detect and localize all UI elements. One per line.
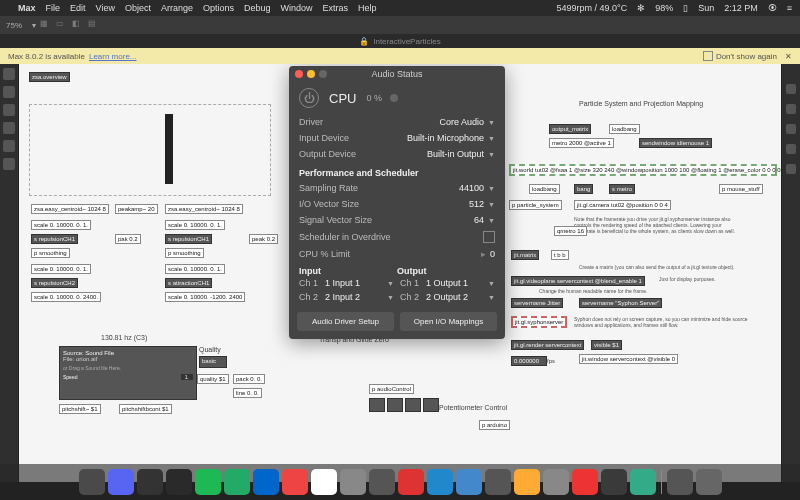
dock-app[interactable] <box>572 469 598 495</box>
chevron-down-icon[interactable]: ▾ <box>32 21 36 30</box>
menu-arrange[interactable]: Arrange <box>161 3 193 13</box>
object-box[interactable]: jit.gl.videoplane servercontext @blend_e… <box>511 276 645 286</box>
menu-object[interactable]: Object <box>125 3 151 13</box>
output-ch2-select[interactable]: 2 Output 2 <box>426 292 482 302</box>
toggle[interactable] <box>387 398 403 412</box>
menu-extras[interactable]: Extras <box>323 3 349 13</box>
object-box[interactable]: jit.window servercontext @visible 0 <box>579 354 678 364</box>
tool-icon[interactable] <box>3 158 15 170</box>
object-box[interactable]: scale 0. 10000. 0. 1. <box>31 220 91 230</box>
toggle[interactable] <box>405 398 421 412</box>
dock-app[interactable] <box>369 469 395 495</box>
minimize-icon[interactable] <box>307 70 315 78</box>
object-box[interactable]: metro 2000 @active 1 <box>549 138 614 148</box>
object-box[interactable]: jit.gl.render servercontext <box>511 340 584 350</box>
patcher-canvas[interactable]: zsa.overview zsa.easy_centroid~ 1024 8 p… <box>19 64 781 482</box>
signal-vector-select[interactable]: 64 <box>474 215 484 225</box>
dock-app[interactable] <box>137 469 163 495</box>
tool-icon[interactable]: ▭ <box>56 19 68 31</box>
menu-help[interactable]: Help <box>358 3 377 13</box>
object-box[interactable]: jit.matrix <box>511 250 539 260</box>
tool-icon[interactable] <box>786 104 796 114</box>
driver-select[interactable]: Core Audio <box>440 117 485 127</box>
clock-time[interactable]: 2:12 PM <box>724 3 758 13</box>
io-vector-select[interactable]: 512 <box>469 199 484 209</box>
input-ch2-select[interactable]: 2 Input 2 <box>325 292 381 302</box>
dock-app[interactable] <box>340 469 366 495</box>
soundfile-panel[interactable]: Source: Sound File File: orion.aif or Dr… <box>59 346 197 400</box>
object-box[interactable]: pak 0.2 <box>115 234 141 244</box>
object-box[interactable]: loadbang <box>609 124 640 134</box>
object-box[interactable]: zsa.easy_centroid~ 1024 8 <box>165 204 243 214</box>
object-box[interactable]: peak 0.2 <box>249 234 278 244</box>
bluetooth-icon[interactable]: ✻ <box>637 3 645 13</box>
output-ch1-select[interactable]: 1 Output 1 <box>426 278 482 288</box>
tool-icon[interactable] <box>3 86 15 98</box>
dock-app[interactable] <box>543 469 569 495</box>
dock-app[interactable] <box>630 469 656 495</box>
message-box[interactable]: servername "Syphon Server" <box>579 298 662 308</box>
object-box[interactable]: t b b <box>551 250 569 260</box>
dock-app[interactable] <box>166 469 192 495</box>
dock-app[interactable] <box>224 469 250 495</box>
object-box[interactable]: pitchshiftbcont $1 <box>119 404 172 414</box>
input-ch1-select[interactable]: 1 Input 1 <box>325 278 381 288</box>
spotlight-icon[interactable]: ⦿ <box>768 3 777 13</box>
dock-app[interactable] <box>601 469 627 495</box>
object-box[interactable]: p audioControl <box>369 384 414 394</box>
dock-trash[interactable] <box>696 469 722 495</box>
message-box[interactable]: servername Jitter <box>511 298 563 308</box>
object-box[interactable]: zsa.easy_centroid~ 1024 8 <box>31 204 109 214</box>
object-box[interactable]: p smoothing <box>165 248 204 258</box>
tool-icon[interactable] <box>3 68 15 80</box>
dock-app[interactable] <box>485 469 511 495</box>
fan-status[interactable]: 5499rpm / 49.0°C <box>557 3 628 13</box>
tab-title[interactable]: InteractiveParticles <box>373 37 441 46</box>
tool-icon[interactable] <box>786 144 796 154</box>
object-box[interactable]: scale 0. 10000. -1200. 2400 <box>165 292 245 302</box>
object-box[interactable]: quality $1 <box>197 374 229 384</box>
object-box[interactable]: scale 0. 10000. 0. 1. <box>165 264 225 274</box>
chevron-down-icon[interactable]: ▼ <box>488 201 495 208</box>
menu-debug[interactable]: Debug <box>244 3 271 13</box>
audio-driver-setup-button[interactable]: Audio Driver Setup <box>297 312 394 331</box>
zoom-level[interactable]: 75% <box>6 21 22 30</box>
menu-view[interactable]: View <box>96 3 115 13</box>
object-box[interactable]: qmetro 16 <box>554 226 587 236</box>
object-box[interactable]: jit.gl.syphonserver <box>511 316 567 328</box>
dock-app[interactable] <box>79 469 105 495</box>
object-box[interactable]: output_matrix <box>549 124 591 134</box>
dock-app[interactable] <box>195 469 221 495</box>
object-box[interactable]: scale 0. 10000. 0. 1. <box>165 220 225 230</box>
object-box[interactable]: zsa.overview <box>29 72 70 82</box>
tool-icon[interactable]: ◧ <box>72 19 84 31</box>
object-box[interactable]: p arduino <box>479 420 510 430</box>
dock-app[interactable] <box>398 469 424 495</box>
power-button[interactable]: ⏻ <box>299 88 319 108</box>
dock-app[interactable] <box>253 469 279 495</box>
app-name[interactable]: Max <box>18 3 36 13</box>
dock-app[interactable] <box>108 469 134 495</box>
chevron-down-icon[interactable]: ▼ <box>488 185 495 192</box>
tool-icon[interactable] <box>786 84 796 94</box>
sampling-rate-select[interactable]: 44100 <box>459 183 484 193</box>
object-box[interactable]: scale 0. 10000. 0. 1. <box>31 264 91 274</box>
menu-edit[interactable]: Edit <box>70 3 86 13</box>
object-box[interactable]: jit.gl.camera tut02 @position 0 0 4 <box>574 200 671 210</box>
dock-app[interactable] <box>514 469 540 495</box>
chevron-down-icon[interactable]: ▼ <box>488 119 495 126</box>
object-box[interactable]: pack 0. 0. <box>233 374 265 384</box>
tool-icon[interactable]: ▦ <box>40 19 52 31</box>
tool-icon[interactable] <box>3 122 15 134</box>
object-box[interactable]: loadbang <box>529 184 560 194</box>
close-icon[interactable] <box>295 70 303 78</box>
cpu-limit-input[interactable]: 0 <box>490 249 495 259</box>
object-box[interactable]: p smoothing <box>31 248 70 258</box>
tool-icon[interactable] <box>786 124 796 134</box>
object-box[interactable]: scale 0. 10000. 0. 2400. <box>31 292 101 302</box>
chevron-down-icon[interactable]: ▼ <box>488 135 495 142</box>
dock-app[interactable] <box>667 469 693 495</box>
meter-object[interactable] <box>165 114 173 184</box>
menu-file[interactable]: File <box>46 3 61 13</box>
window-titlebar[interactable]: Audio Status <box>289 66 505 82</box>
